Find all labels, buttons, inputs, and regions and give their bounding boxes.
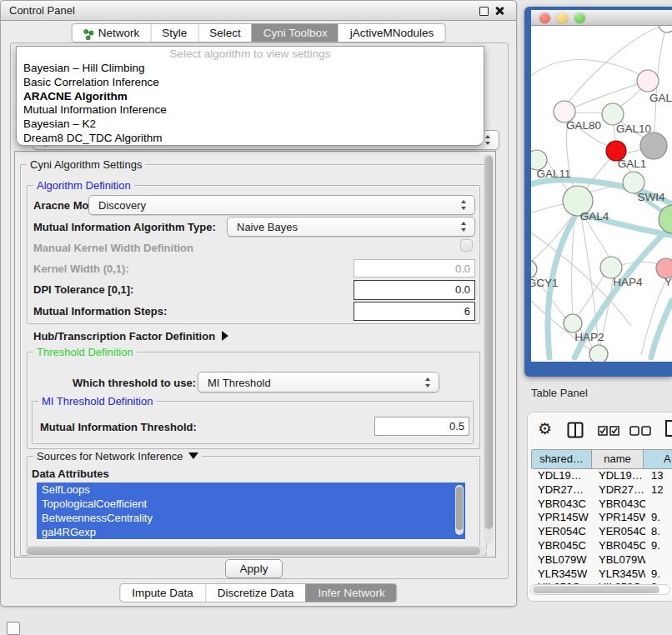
new-column-icon[interactable] — [664, 419, 672, 440]
algorithm-definition-title: Algorithm Definition — [33, 179, 134, 192]
minimized-panel-icon[interactable] — [7, 622, 20, 635]
mi-algorithm-type-label: Mutual Information Algorithm Type: — [33, 221, 216, 233]
mi-threshold-label: Mutual Information Threshold: — [40, 421, 197, 433]
settings-horizontal-scrollbar[interactable] — [25, 546, 487, 556]
algorithm-item-bayesian-hill-climbing[interactable]: Bayesian – Hill Climbing — [17, 62, 484, 76]
table-row[interactable]: YDL19…YDL19…13 — [532, 469, 672, 483]
control-panel-window: Control Panel NetworkStyleSelectCyni Too… — [0, 0, 517, 607]
network-node[interactable] — [640, 132, 667, 159]
mi-steps-label: Mutual Information Steps: — [33, 305, 167, 318]
tab-label: Impute Data — [132, 587, 193, 599]
tab-label: Infer Network — [318, 587, 384, 599]
which-threshold-select[interactable]: MI Threshold — [198, 372, 439, 392]
hub-definition-expander[interactable]: Hub/Transcription Factor Definition — [33, 330, 228, 342]
minimize-window-icon[interactable] — [557, 12, 568, 23]
collapse-down-icon — [188, 452, 198, 459]
algorithm-item-dream8-dc-tdc-algorithm[interactable]: Dream8 DC_TDC Algorithm — [17, 132, 484, 146]
tab-network[interactable]: Network — [73, 24, 151, 42]
table-row[interactable]: YLR345WYLR345W9. — [532, 568, 672, 582]
table-cell: YDR27… — [532, 483, 593, 498]
algorithm-item-aracne-algorithm[interactable]: ARACNE Algorithm — [17, 90, 484, 104]
attribute-item-betweennesscentrality[interactable]: BetweennessCentrality — [37, 511, 465, 525]
column-header-name[interactable]: name — [591, 450, 644, 468]
table-row[interactable]: YPR145WYPR145W9. — [532, 511, 672, 525]
cyni-bottom-tabbar: Impute DataDiscretize DataInfer Network — [119, 583, 397, 602]
network-node[interactable] — [659, 26, 672, 32]
table-row[interactable]: YBR043CYBR043C — [532, 498, 672, 512]
tab-cyni-toolbox[interactable]: Cyni Toolbox — [252, 24, 339, 42]
table-cell: YPR145W — [593, 511, 645, 525]
settings-scroll-pane: Cyni Algorithm Settings Algorithm Defini… — [14, 151, 496, 558]
kernel-width-field[interactable]: 0.0 — [354, 259, 475, 278]
show-columns-icon[interactable] — [567, 422, 584, 441]
manual-kernel-width-checkbox[interactable] — [460, 239, 473, 252]
network-window-titlebar[interactable] — [531, 10, 672, 26]
sources-group-expander[interactable]: Sources for Network Inference — [33, 450, 202, 462]
apply-button[interactable]: Apply — [225, 559, 283, 578]
aracne-mode-select[interactable]: Discovery — [88, 195, 475, 215]
attribute-item-gal4rgexp[interactable]: gal4RGexp — [37, 525, 465, 539]
algorithm-item-mutual-information-inference[interactable]: Mutual Information Inference — [17, 103, 484, 118]
table-panel-title: Table Panel — [531, 387, 588, 399]
table-row[interactable]: YBR045CYBR045C9. — [532, 539, 672, 553]
table-row[interactable]: YBL079WYBL079W — [532, 553, 672, 568]
node-label-gal: GAL — [649, 92, 672, 104]
table-cell: 9. — [645, 568, 672, 582]
float-window-icon[interactable] — [479, 7, 489, 16]
table-cell: YDL19… — [532, 469, 593, 483]
mi-threshold-field[interactable]: 0.5 — [374, 417, 469, 436]
column-header-shared-[interactable]: shared… — [531, 450, 592, 468]
tab-discretize-data[interactable]: Discretize Data — [205, 584, 306, 602]
table-horizontal-scrollbar[interactable] — [530, 584, 670, 595]
tab-label: Style — [162, 24, 187, 42]
table-cell: YBR045C — [593, 539, 645, 553]
algorithm-placeholder: Select algorithm to view settings — [17, 47, 484, 62]
network-node[interactable] — [589, 345, 608, 362]
table-cell: 9. — [645, 539, 672, 553]
tab-style[interactable]: Style — [150, 24, 198, 42]
algorithm-item-bayesian-k2[interactable]: Bayesian – K2 — [17, 118, 484, 132]
control-panel-title: Control Panel — [9, 4, 75, 17]
which-threshold-label: Which threshold to use: — [73, 377, 196, 389]
network-node-hap2[interactable] — [564, 314, 582, 332]
control-panel-titlebar[interactable]: Control Panel — [1, 1, 516, 21]
mi-algorithm-type-select[interactable]: Naive Bayes — [227, 217, 475, 237]
manual-kernel-width-label: Manual Kernel Width Definition — [33, 242, 193, 254]
tab-impute-data[interactable]: Impute Data — [120, 584, 205, 602]
sources-group-title: Sources for Network Inference — [37, 450, 183, 462]
node-label-gal1: GAL1 — [618, 158, 647, 170]
tab-select[interactable]: Select — [198, 24, 252, 42]
algorithm-item-basic-correlation-inference[interactable]: Basic Correlation Inference — [17, 76, 484, 90]
tab-label: Select — [209, 24, 241, 42]
node-label-gcy1: GCY1 — [531, 277, 558, 289]
select-all-icon[interactable] — [598, 426, 619, 438]
table-row[interactable]: YDR27…YDR27…12 — [532, 483, 672, 498]
close-panel-icon[interactable] — [494, 6, 504, 16]
deselect-all-icon[interactable] — [629, 426, 651, 438]
attribute-item-selfloops[interactable]: SelfLoops — [37, 482, 465, 497]
table-row[interactable]: YER054CYER054C8. — [532, 525, 672, 539]
network-canvas[interactable]: GALGAL80GAL10GAL1GAL11SWI4GAL4GCY1HAP4YH… — [531, 26, 672, 362]
data-attributes-list[interactable]: SelfLoopsTopologicalCoefficientBetweenne… — [37, 482, 465, 541]
node-label-gal4: GAL4 — [580, 210, 609, 222]
table-header-row: shared…nameA — [532, 449, 672, 469]
network-node-gal[interactable] — [637, 70, 659, 92]
node-label-gal10: GAL10 — [616, 122, 651, 135]
network-node-gcy1[interactable] — [531, 260, 537, 278]
table-cell — [645, 498, 672, 512]
attribute-item-topologicalcoefficient[interactable]: TopologicalCoefficient — [37, 497, 465, 511]
gear-icon[interactable]: ⚙ — [538, 419, 552, 438]
algorithm-list: Bayesian – Hill ClimbingBasic Correlatio… — [17, 62, 484, 146]
zoom-window-icon[interactable] — [574, 12, 585, 23]
attributes-scrollbar[interactable] — [455, 485, 464, 535]
close-window-icon[interactable] — [539, 12, 550, 23]
table-cell: YPR145W — [532, 511, 593, 525]
control-panel-tabbar: NetworkStyleSelectCyni ToolboxjActiveMNo… — [72, 23, 446, 42]
tab-infer-network[interactable]: Infer Network — [305, 584, 396, 602]
settings-vertical-scrollbar[interactable] — [484, 154, 494, 544]
dpi-tolerance-field[interactable]: 0.0 — [354, 280, 475, 300]
tab-jactivemnodules[interactable]: jActiveMNodules — [339, 24, 445, 42]
column-header-a[interactable]: A — [643, 450, 672, 468]
mi-steps-field[interactable]: 6 — [354, 302, 475, 321]
stepper-arrows-icon — [461, 200, 467, 210]
